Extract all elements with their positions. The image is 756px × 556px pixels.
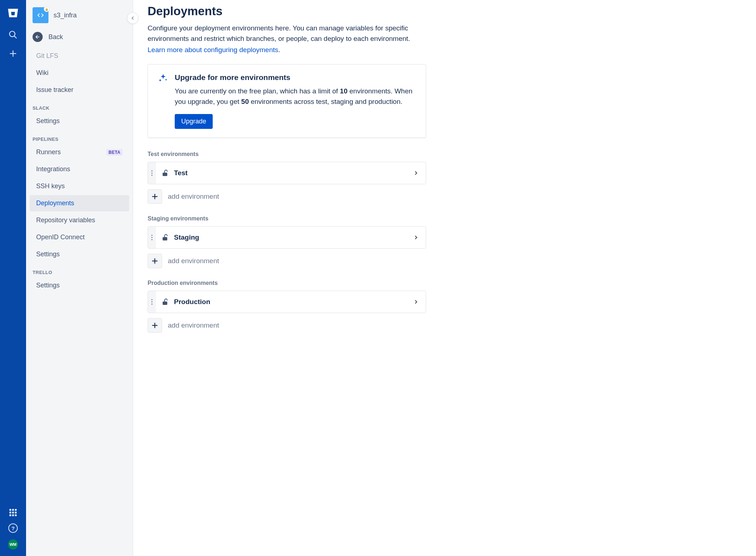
svg-point-21 [151,237,152,238]
main-content: Deployments Configure your deployment en… [133,0,756,556]
chevron-right-icon [413,299,419,305]
environment-row-staging[interactable]: Staging [148,226,426,249]
sidebar-item-label: Settings [36,250,60,258]
env-section-title-test: Test environments [148,151,742,157]
sidebar-item-wiki[interactable]: Wiki [30,65,129,81]
svg-point-14 [151,170,152,171]
svg-rect-5 [12,509,14,511]
environment-name: Production [174,298,413,306]
user-avatar[interactable]: WM [8,539,18,549]
svg-line-1 [14,36,17,38]
drag-handle-icon[interactable] [148,291,156,313]
sidebar-item-openid-connect[interactable]: OpenID Connect [30,229,129,245]
search-icon[interactable] [8,30,18,40]
upgrade-title: Upgrade for more environments [175,73,416,82]
help-icon[interactable]: ? [8,523,18,533]
bitbucket-logo[interactable] [7,7,19,20]
sidebar-item-pipelines-settings[interactable]: Settings [30,246,129,262]
sidebar-item-git-lfs[interactable]: Git LFS [30,50,129,64]
chevron-right-icon [413,234,419,241]
add-environment-staging[interactable]: add environment [148,254,742,268]
sidebar-item-label: Issue tracker [36,86,73,94]
svg-point-27 [151,301,152,302]
add-environment-label: add environment [168,193,219,201]
sidebar-item-ssh-keys[interactable]: SSH keys [30,178,129,194]
svg-rect-23 [163,237,167,240]
sidebar-item-label: Wiki [36,69,48,77]
global-nav-rail: ? WM [0,0,26,556]
add-environment-production[interactable]: add environment [148,318,742,333]
sidebar-item-integrations[interactable]: Integrations [30,161,129,177]
sidebar-item-trello-settings[interactable]: Settings [30,277,129,294]
sidebar-item-label: Repository variables [36,216,95,224]
svg-rect-29 [163,302,167,305]
sidebar-item-repo-variables[interactable]: Repository variables [30,212,129,228]
svg-rect-11 [12,514,14,516]
beta-badge: BETA [106,149,123,156]
sidebar-item-label: Git LFS [36,52,58,60]
svg-rect-12 [15,514,17,516]
svg-point-0 [9,31,15,37]
plus-icon [148,254,162,268]
svg-rect-6 [15,509,17,511]
unlock-icon [161,233,169,241]
upgrade-button[interactable]: Upgrade [175,114,213,129]
upgrade-card: Upgrade for more environments You are cu… [148,64,426,138]
svg-point-15 [151,172,152,173]
env-section-title-production: Production environments [148,280,742,286]
back-arrow-icon [33,32,43,42]
sidebar-item-label: Runners [36,148,61,156]
sidebar-item-runners[interactable]: Runners BETA [30,144,129,160]
plus-icon [148,318,162,333]
environment-row-test[interactable]: Test [148,162,426,184]
collapse-sidebar-button[interactable] [127,12,139,24]
chevron-right-icon [413,170,419,176]
back-button[interactable]: Back [26,28,133,50]
sidebar-item-label: Settings [36,282,60,289]
svg-rect-7 [9,512,11,514]
sidebar-item-label: Deployments [36,199,74,207]
svg-point-22 [151,239,152,240]
add-environment-label: add environment [168,257,219,265]
svg-point-20 [151,235,152,236]
svg-rect-17 [163,173,167,176]
section-title-pipelines: PIPELINES [26,130,133,143]
repo-avatar: 🔒 [33,7,48,23]
page-title: Deployments [148,4,742,18]
unlock-icon [161,298,169,306]
page-description: Configure your deployment environments h… [148,23,422,44]
svg-point-26 [151,299,152,300]
section-title-slack: SLACK [26,99,133,112]
learn-more-link[interactable]: Learn more about configuring deployments [148,46,278,54]
sidebar-item-slack-settings[interactable]: Settings [30,113,129,129]
section-title-trello: TRELLO [26,263,133,277]
svg-rect-4 [9,509,11,511]
environment-name: Staging [174,233,413,241]
env-section-title-staging: Staging environments [148,215,742,222]
lock-badge-icon: 🔒 [44,6,50,12]
svg-rect-8 [12,512,14,514]
sidebar-item-label: SSH keys [36,182,65,190]
drag-handle-icon[interactable] [148,162,156,184]
svg-rect-9 [15,512,17,514]
sidebar-item-label: Settings [36,117,60,125]
drag-handle-icon[interactable] [148,227,156,248]
add-environment-test[interactable]: add environment [148,189,742,204]
add-environment-label: add environment [168,321,219,329]
sidebar-item-issue-tracker[interactable]: Issue tracker [30,82,129,98]
sidebar-item-label: OpenID Connect [36,233,85,241]
environment-name: Test [174,169,413,177]
repo-sidebar: 🔒 s3_infra Back Git LFS Wiki Issue track… [26,0,133,556]
environment-row-production[interactable]: Production [148,291,426,313]
create-icon[interactable] [8,49,18,59]
upgrade-text: You are currently on the free plan, whic… [175,86,416,107]
sparkle-icon [158,73,168,129]
app-switcher-icon[interactable] [9,508,17,517]
repo-name: s3_infra [54,12,77,19]
plus-icon [148,189,162,204]
sidebar-item-deployments[interactable]: Deployments [30,195,129,211]
unlock-icon [161,169,169,177]
sidebar-item-label: Integrations [36,165,70,173]
svg-point-28 [151,303,152,304]
svg-rect-10 [9,514,11,516]
